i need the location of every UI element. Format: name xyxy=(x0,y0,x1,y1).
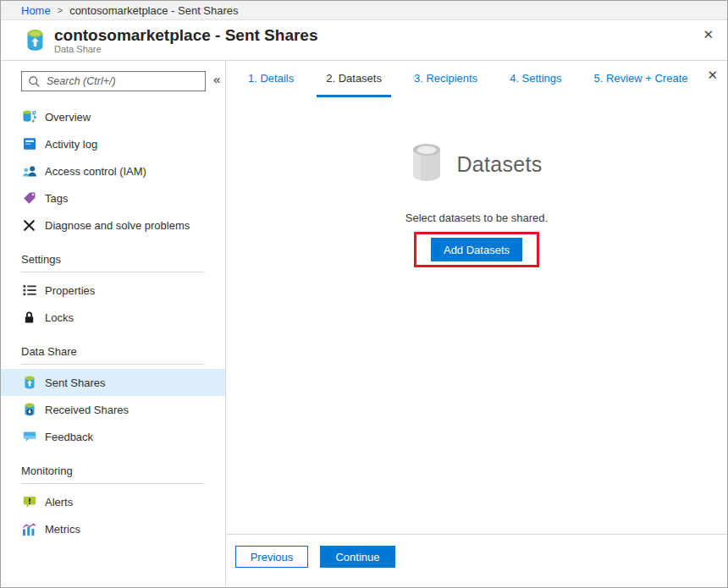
sidebar-item-received-shares[interactable]: Received Shares xyxy=(1,396,225,423)
metrics-icon xyxy=(21,521,37,537)
received-shares-icon xyxy=(21,402,37,418)
page-subtitle: Data Share xyxy=(54,44,318,54)
breadcrumb-chevron-icon: > xyxy=(58,5,63,15)
sidebar-item-label: Diagnose and solve problems xyxy=(45,219,190,232)
divider xyxy=(21,483,204,484)
wizard-panel: 1. Details 2. Datasets 3. Recipients 4. … xyxy=(226,61,727,587)
sidebar-item-properties[interactable]: Properties xyxy=(1,277,225,304)
sidebar-section-settings: Settings xyxy=(1,253,225,266)
overview-icon xyxy=(21,109,37,125)
sidebar-item-label: Locks xyxy=(45,311,74,324)
sidebar-item-metrics[interactable]: Metrics xyxy=(1,515,225,542)
datasets-step-content: Datasets Select datasets to be shared. A… xyxy=(226,97,727,534)
sidebar-item-label: Activity log xyxy=(45,138,97,151)
data-share-sent-icon xyxy=(25,29,46,52)
alerts-icon xyxy=(21,494,37,510)
page-title: contosomarketplace - Sent Shares xyxy=(54,26,318,44)
divider xyxy=(21,364,204,365)
sidebar-item-label: Properties xyxy=(45,284,95,297)
activity-log-icon xyxy=(21,136,37,152)
tab-review-create[interactable]: 5. Review + Create xyxy=(585,61,698,97)
datasets-heading: Datasets xyxy=(456,152,542,177)
diagnose-icon xyxy=(21,217,37,234)
blade-body: « Overview xyxy=(1,61,727,587)
sidebar-item-label: Received Shares xyxy=(45,404,129,416)
datasets-instruction: Select datasets to be shared. xyxy=(405,212,548,224)
sidebar-item-label: Sent Shares xyxy=(45,376,106,389)
sidebar-item-alerts[interactable]: Alerts xyxy=(1,488,225,515)
breadcrumb: Home > contosomarketplace - Sent Shares xyxy=(1,1,727,20)
breadcrumb-home-link[interactable]: Home xyxy=(21,4,51,17)
sidebar-section-monitoring: Monitoring xyxy=(1,464,225,477)
sidebar-item-feedback[interactable]: Feedback xyxy=(1,423,225,450)
sidebar-item-sent-shares[interactable]: Sent Shares xyxy=(1,369,225,396)
sidebar-item-label: Overview xyxy=(45,111,91,124)
sidebar-item-diagnose[interactable]: Diagnose and solve problems xyxy=(1,212,225,239)
wizard-close-icon[interactable]: ✕ xyxy=(707,69,718,81)
tab-recipients[interactable]: 3. Recipients xyxy=(405,61,487,97)
tab-details[interactable]: 1. Details xyxy=(239,61,303,97)
sidebar-collapse-icon[interactable]: « xyxy=(213,72,220,86)
resource-menu-sidebar: « Overview xyxy=(1,61,226,587)
azure-portal-blade: Home > contosomarketplace - Sent Shares … xyxy=(0,0,728,588)
sidebar-searchbox xyxy=(21,71,206,91)
dataset-cylinder-icon xyxy=(411,143,443,185)
sidebar-nav: Overview Activity log xyxy=(1,103,225,542)
blade-header: contosomarketplace - Sent Shares Data Sh… xyxy=(1,20,727,61)
sidebar-item-access-control[interactable]: Access control (IAM) xyxy=(1,157,225,184)
sidebar-item-overview[interactable]: Overview xyxy=(1,103,225,130)
datasets-hero: Datasets xyxy=(411,143,542,185)
sent-shares-icon xyxy=(21,375,37,391)
sidebar-item-label: Alerts xyxy=(45,496,73,508)
sidebar-item-locks[interactable]: Locks xyxy=(1,304,225,331)
search-icon xyxy=(28,75,41,88)
add-datasets-button[interactable]: Add Datasets xyxy=(431,238,522,261)
highlight-box: Add Datasets xyxy=(414,232,539,267)
properties-icon xyxy=(21,283,37,299)
breadcrumb-current: contosomarketplace - Sent Shares xyxy=(69,4,238,17)
divider xyxy=(21,272,204,272)
sidebar-section-data-share: Data Share xyxy=(1,345,225,358)
feedback-icon xyxy=(21,429,37,445)
continue-button[interactable]: Continue xyxy=(320,546,395,568)
sidebar-item-label: Metrics xyxy=(45,523,80,536)
access-control-icon xyxy=(21,163,37,179)
sidebar-search-row: « xyxy=(1,71,225,91)
blade-close-icon[interactable]: ✕ xyxy=(703,28,714,41)
locks-icon xyxy=(21,310,37,326)
wizard-tabs: 1. Details 2. Datasets 3. Recipients 4. … xyxy=(226,61,727,97)
sidebar-item-activity-log[interactable]: Activity log xyxy=(1,130,225,157)
tab-settings[interactable]: 4. Settings xyxy=(500,61,571,97)
previous-button[interactable]: Previous xyxy=(235,546,308,568)
header-titles: contosomarketplace - Sent Shares Data Sh… xyxy=(54,26,318,54)
search-input[interactable] xyxy=(47,75,199,87)
tags-icon xyxy=(21,190,37,206)
sidebar-item-label: Tags xyxy=(45,192,68,205)
sidebar-item-label: Feedback xyxy=(45,431,93,443)
sidebar-item-tags[interactable]: Tags xyxy=(1,184,225,212)
tab-datasets[interactable]: 2. Datasets xyxy=(317,61,391,97)
wizard-footer: Previous Continue xyxy=(226,534,727,587)
sidebar-item-label: Access control (IAM) xyxy=(45,165,146,178)
